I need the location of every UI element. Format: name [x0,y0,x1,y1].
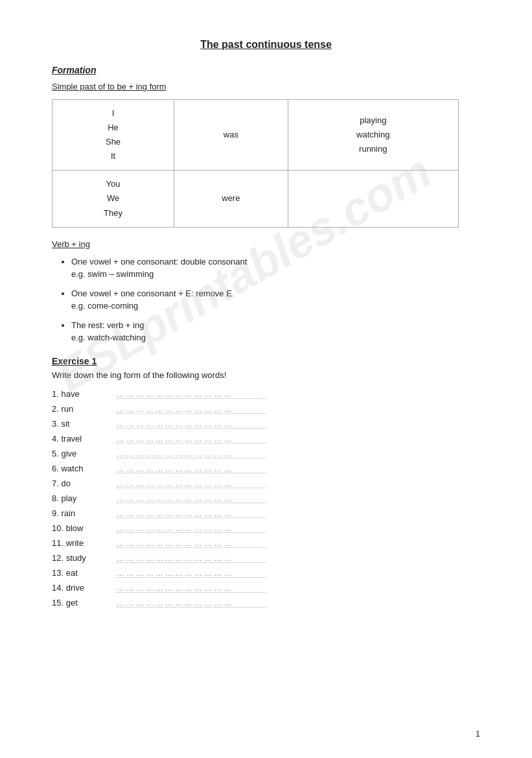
answer-line[interactable]: ……………………………… [117,434,266,444]
list-item: The rest: verb + ing e.g. watch-watching [71,319,480,344]
formation-label: Formation [52,65,480,75]
exercise-number: 4. travel [52,434,110,444]
exercise-number: 12. study [52,553,110,563]
exercise-number: 5. give [52,449,110,458]
answer-line[interactable]: ……………………………… [117,405,266,414]
exercise-item: 6. watch……………………………… [52,464,480,473]
exercise-number: 9. rain [52,508,110,518]
exercise-title: Exercise 1 [52,356,480,366]
exercise-item: 1. have……………………………… [52,389,480,399]
rule-text-2: One vowel + one consonant + E: remove E [71,289,232,298]
answer-line[interactable]: ……………………………… [117,584,266,593]
answer-line[interactable]: ……………………………… [117,494,266,503]
rule-text-1: One vowel + one consonant: double conson… [71,257,247,266]
exercise-number: 7. do [52,479,110,488]
exercise-item: 15. get……………………………… [52,598,480,608]
table-row: YouWeThey were [52,171,459,227]
exercise-item: 13. eat……………………………… [52,568,480,578]
answer-line[interactable]: ……………………………… [117,554,266,563]
form-cell-1: playingwatchingrunning [288,100,458,171]
exercise-list: 1. have………………………………2. run………………………………3. … [52,389,480,608]
exercise-number: 1. have [52,389,110,399]
exercise-item: 8. play……………………………… [52,493,480,503]
exercise-item: 3. sit……………………………… [52,419,480,429]
verb-ing-section: Verb + ing One vowel + one consonant: do… [52,239,480,344]
table-row: IHeSheIt was playingwatchingrunning [52,100,459,171]
answer-line[interactable]: ……………………………… [117,569,266,578]
verb-ing-title: Verb + ing [52,239,480,249]
page-title: The past continuous tense [52,39,480,51]
exercise-item: 14. drive……………………………… [52,583,480,593]
exercise-number: 3. sit [52,419,110,429]
list-item: One vowel + one consonant: double conson… [71,255,480,281]
example-text-2: e.g. come-coming [71,301,138,311]
answer-line[interactable]: ……………………………… [117,449,266,458]
exercise-item: 9. rain……………………………… [52,508,480,518]
answer-line[interactable]: ……………………………… [117,539,266,548]
exercise-item: 2. run……………………………… [52,404,480,414]
answer-line[interactable]: ……………………………… [117,509,266,518]
example-text-1: e.g. swim – swimming [71,269,154,279]
exercise-number: 2. run [52,404,110,414]
answer-line[interactable]: ……………………………… [117,464,266,473]
answer-line[interactable]: ……………………………… [117,598,266,608]
exercise-number: 15. get [52,598,110,608]
answer-line[interactable]: ……………………………… [117,420,266,429]
exercise-instruction: Write down the ing form of the following… [52,370,480,380]
list-item: One vowel + one consonant + E: remove E … [71,287,480,313]
formation-subtitle: Simple past of to be + ing form [52,82,480,91]
exercise-number: 11. write [52,538,110,548]
exercise-item: 4. travel……………………………… [52,434,480,444]
exercise-item: 12. study……………………………… [52,553,480,563]
answer-line[interactable]: ……………………………… [117,524,266,533]
verb-cell-2: were [174,171,288,227]
exercise-number: 13. eat [52,568,110,578]
exercise-number: 14. drive [52,583,110,593]
page-number: 1 [476,729,480,739]
answer-line[interactable]: ……………………………… [117,479,266,488]
exercise-item: 11. write……………………………… [52,538,480,548]
verb-cell-1: was [174,100,288,171]
example-text-3: e.g. watch-watching [71,333,146,342]
verb-ing-list: One vowel + one consonant: double conson… [71,255,480,344]
pronoun-cell-2: YouWeThey [52,171,174,227]
pronoun-cell-1: IHeSheIt [52,100,174,171]
conjugation-table: IHeSheIt was playingwatchingrunning YouW… [52,99,459,228]
exercise-item: 5. give……………………………… [52,449,480,458]
exercise-item: 10. blow……………………………… [52,523,480,533]
exercise-number: 6. watch [52,464,110,473]
exercise-number: 10. blow [52,523,110,533]
exercise-number: 8. play [52,493,110,503]
form-cell-2 [288,171,458,227]
exercise-item: 7. do……………………………… [52,479,480,488]
rule-text-3: The rest: verb + ing [71,320,144,330]
answer-line[interactable]: ……………………………… [117,390,266,399]
